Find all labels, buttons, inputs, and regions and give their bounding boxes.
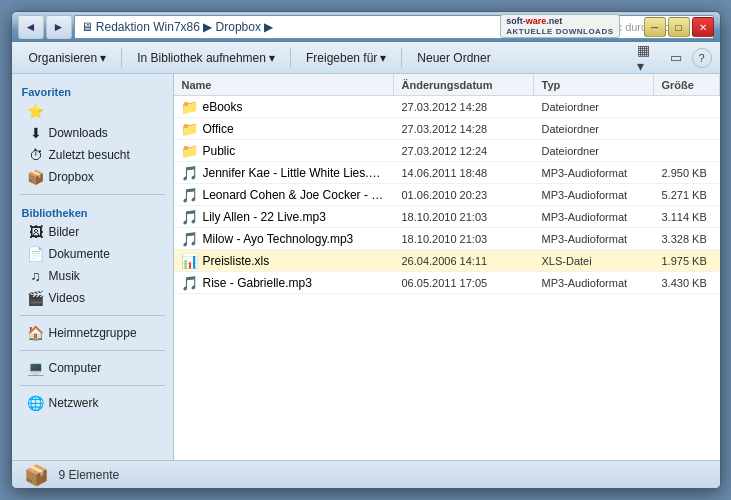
sidebar-item-dokumente[interactable]: 📄 Dokumente	[12, 243, 173, 265]
office-label: Office	[203, 122, 234, 136]
toolbar-right: ▦ ▾ ▭ ?	[636, 46, 712, 70]
file-name-ebooks: 📁eBooks	[174, 96, 394, 117]
office-icon: 📁	[182, 121, 198, 137]
sidebar-label-downloads: Downloads	[49, 126, 108, 140]
file-row-preisliste[interactable]: 📊Preisliste.xls26.04.2006 14:11XLS-Datei…	[174, 250, 720, 272]
sidebar-item-downloads-link[interactable]: ⬇ Downloads	[12, 122, 173, 144]
sidebar-label-recent: Zuletzt besucht	[49, 148, 130, 162]
file-size-office	[654, 118, 720, 139]
organize-button[interactable]: Organisieren ▾	[20, 46, 116, 70]
sidebar-divider-1	[20, 194, 165, 195]
column-header-type[interactable]: Typ	[534, 74, 654, 95]
sidebar-item-dropbox[interactable]: 📦 Dropbox	[12, 166, 173, 188]
toolbar-sep-1	[121, 48, 122, 68]
address-bar[interactable]: 🖥 Redaktion Win7x86 ▶ Dropbox ▶	[74, 15, 530, 39]
toolbar: Organisieren ▾ In Bibliothek aufnehmen ▾…	[12, 42, 720, 74]
file-type-office: Dateiordner	[534, 118, 654, 139]
network-icon: 🌐	[28, 395, 44, 411]
column-header-name[interactable]: Name	[174, 74, 394, 95]
statusbar-icon: 📦	[24, 463, 49, 487]
libraries-group-label: Bibliotheken	[12, 201, 173, 221]
dropbox-icon: 📦	[28, 169, 44, 185]
file-list-header: Name Änderungsdatum Typ Größe	[174, 74, 720, 96]
file-name-lily: 🎵Lily Allen - 22 Live.mp3	[174, 206, 394, 227]
public-icon: 📁	[182, 143, 198, 159]
file-date-jennifer: 14.06.2011 18:48	[394, 162, 534, 183]
preview-pane-button[interactable]: ▭	[664, 46, 688, 70]
sidebar-item-musik[interactable]: ♫ Musik	[12, 265, 173, 287]
file-size-leonard: 5.271 KB	[654, 184, 720, 205]
column-header-size[interactable]: Größe	[654, 74, 720, 95]
share-button[interactable]: Freigeben für ▾	[297, 46, 395, 70]
sidebar-item-recent[interactable]: ⏱ Zuletzt besucht	[12, 144, 173, 166]
documents-icon: 📄	[28, 246, 44, 262]
close-button[interactable]: ✕	[692, 17, 714, 37]
jennifer-label: Jennifer Kae - Little White Lies.mp3	[203, 166, 386, 180]
swnet-badge: soft-ware.net AKTUELLE DOWNLOADS	[500, 14, 619, 38]
statusbar-count: 9 Elemente	[59, 468, 120, 482]
help-button[interactable]: ?	[692, 48, 712, 68]
pictures-icon: 🖼	[28, 224, 44, 240]
view-toggle-button[interactable]: ▦ ▾	[636, 46, 660, 70]
network-home-icon: 🏠	[28, 325, 44, 341]
file-row-ebooks[interactable]: 📁eBooks27.03.2012 14:28Dateiordner	[174, 96, 720, 118]
file-name-office: 📁Office	[174, 118, 394, 139]
sidebar-item-computer[interactable]: 💻 Computer	[12, 357, 173, 379]
lily-icon: 🎵	[182, 209, 198, 225]
sidebar-label-videos: Videos	[49, 291, 85, 305]
sidebar-divider-2	[20, 315, 165, 316]
file-size-ebooks	[654, 96, 720, 117]
file-date-public: 27.03.2012 12:24	[394, 140, 534, 161]
swnet-subtitle: AKTUELLE DOWNLOADS	[506, 27, 613, 36]
file-name-jennifer: 🎵Jennifer Kae - Little White Lies.mp3	[174, 162, 394, 183]
file-size-preisliste: 1.975 KB	[654, 250, 720, 271]
back-button[interactable]: ◄	[18, 15, 44, 39]
file-row-public[interactable]: 📁Public27.03.2012 12:24Dateiordner	[174, 140, 720, 162]
file-row-office[interactable]: 📁Office27.03.2012 14:28Dateiordner	[174, 118, 720, 140]
star-icon: ⭐	[28, 103, 44, 119]
file-name-preisliste: 📊Preisliste.xls	[174, 250, 394, 271]
file-type-leonard: MP3-Audioformat	[534, 184, 654, 205]
leonard-icon: 🎵	[182, 187, 198, 203]
preisliste-icon: 📊	[182, 253, 198, 269]
file-date-preisliste: 26.04.2006 14:11	[394, 250, 534, 271]
minimize-button[interactable]: ─	[644, 17, 666, 37]
file-type-public: Dateiordner	[534, 140, 654, 161]
sidebar-item-heimnetzgruppe[interactable]: 🏠 Heimnetzgruppe	[12, 322, 173, 344]
preisliste-label: Preisliste.xls	[203, 254, 270, 268]
toolbar-sep-3	[401, 48, 402, 68]
library-button[interactable]: In Bibliothek aufnehmen ▾	[128, 46, 284, 70]
sidebar-label-bilder: Bilder	[49, 225, 80, 239]
milow-icon: 🎵	[182, 231, 198, 247]
file-type-preisliste: XLS-Datei	[534, 250, 654, 271]
file-date-ebooks: 27.03.2012 14:28	[394, 96, 534, 117]
maximize-button[interactable]: □	[668, 17, 690, 37]
file-name-public: 📁Public	[174, 140, 394, 161]
file-row-jennifer[interactable]: 🎵Jennifer Kae - Little White Lies.mp314.…	[174, 162, 720, 184]
file-size-lily: 3.114 KB	[654, 206, 720, 227]
file-type-ebooks: Dateiordner	[534, 96, 654, 117]
file-size-jennifer: 2.950 KB	[654, 162, 720, 183]
file-row-lily[interactable]: 🎵Lily Allen - 22 Live.mp318.10.2010 21:0…	[174, 206, 720, 228]
sidebar-item-videos[interactable]: 🎬 Videos	[12, 287, 173, 309]
rise-label: Rise - Gabrielle.mp3	[203, 276, 312, 290]
forward-button[interactable]: ►	[46, 15, 72, 39]
file-date-rise: 06.05.2011 17:05	[394, 272, 534, 293]
sidebar-divider-4	[20, 385, 165, 386]
sidebar-item-downloads[interactable]: ⭐	[12, 100, 173, 122]
sidebar-label-dokumente: Dokumente	[49, 247, 110, 261]
file-row-rise[interactable]: 🎵Rise - Gabrielle.mp306.05.2011 17:05MP3…	[174, 272, 720, 294]
column-header-date[interactable]: Änderungsdatum	[394, 74, 534, 95]
file-name-leonard: 🎵Leonard Cohen & Joe Cocker - First We T…	[174, 184, 394, 205]
computer-icon: 💻	[28, 360, 44, 376]
sidebar-label-dropbox: Dropbox	[49, 170, 94, 184]
statusbar: 📦 9 Elemente	[12, 460, 720, 488]
ebooks-icon: 📁	[182, 99, 198, 115]
file-row-milow[interactable]: 🎵Milow - Ayo Technology.mp318.10.2010 21…	[174, 228, 720, 250]
sidebar: Favoriten ⭐ ⬇ Downloads ⏱ Zuletzt besuch…	[12, 74, 174, 460]
sidebar-item-bilder[interactable]: 🖼 Bilder	[12, 221, 173, 243]
file-row-leonard[interactable]: 🎵Leonard Cohen & Joe Cocker - First We T…	[174, 184, 720, 206]
new-folder-button[interactable]: Neuer Ordner	[408, 46, 499, 70]
sidebar-item-netzwerk[interactable]: 🌐 Netzwerk	[12, 392, 173, 414]
rise-icon: 🎵	[182, 275, 198, 291]
